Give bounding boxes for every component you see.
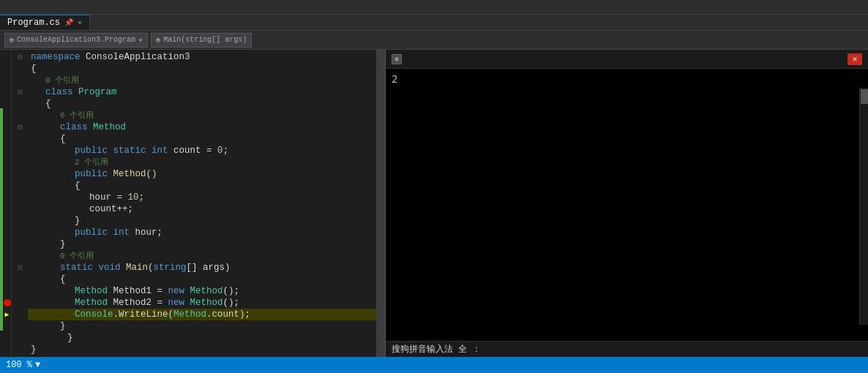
code-content: { <box>45 98 51 110</box>
margin-line <box>3 215 11 227</box>
code-line[interactable]: Console.WriteLine(Method.count); <box>28 309 376 320</box>
console-output-text: 2 <box>390 72 864 86</box>
console-scrollbar[interactable] <box>859 88 868 325</box>
line-indicator[interactable]: ⊟ <box>12 262 28 274</box>
margin-line <box>3 227 11 238</box>
breakpoint-dot <box>4 299 11 306</box>
code-line[interactable]: 6 个引用 <box>28 110 376 121</box>
code-line[interactable]: count++; <box>28 203 376 215</box>
line-indicator <box>12 157 28 168</box>
active-line-indicator: ▶ <box>4 310 9 319</box>
tab-label: Program.cs <box>7 18 60 28</box>
collapse-button[interactable]: ⊟ <box>18 123 22 132</box>
code-line[interactable]: { <box>28 98 376 110</box>
collapse-button[interactable]: ⊟ <box>18 53 22 61</box>
code-content: Method Method1 = new Method(); <box>75 285 239 297</box>
code-line[interactable]: namespace ConsoleApplication3 <box>28 51 376 63</box>
breakpoint-margin: ▶ <box>3 50 12 357</box>
line-indicator <box>12 344 28 355</box>
line-indicator <box>12 332 28 344</box>
code-line[interactable]: Method Method2 = new Method(); <box>28 297 376 309</box>
code-line[interactable]: public Method() <box>28 168 376 180</box>
code-content: } <box>60 238 66 250</box>
line-indicator <box>12 285 28 297</box>
code-line[interactable]: { <box>28 274 376 285</box>
code-line[interactable]: } <box>28 344 376 355</box>
code-line[interactable]: } <box>28 238 376 250</box>
code-content: { <box>31 63 37 75</box>
margin-line <box>3 86 11 98</box>
code-content: class Method <box>60 121 126 133</box>
tab-program-cs[interactable]: Program.cs 📌 ✕ <box>0 15 90 30</box>
console-ime-text: 搜狗拼音输入法 全 ： <box>392 343 481 355</box>
code-line[interactable]: 0 个引用 <box>28 75 376 86</box>
editor-scrollbar[interactable] <box>376 50 385 357</box>
margin-line <box>3 192 11 203</box>
console-close-button[interactable]: ✕ <box>848 53 862 65</box>
margin-line <box>3 262 11 274</box>
console-output: 2 <box>386 69 868 341</box>
line-indicator <box>12 227 28 238</box>
code-line[interactable]: { <box>28 180 376 192</box>
code-content: Console.WriteLine(Method.count); <box>75 309 250 320</box>
margin-line <box>3 285 11 297</box>
code-line[interactable]: } <box>28 215 376 227</box>
code-line[interactable]: } <box>28 332 376 344</box>
top-bar <box>0 0 868 15</box>
code-content: namespace ConsoleApplication3 <box>31 51 190 63</box>
margin-line <box>3 145 11 157</box>
code-content: { <box>75 180 81 192</box>
line-indicator <box>12 133 28 145</box>
code-line[interactable]: 2 个引用 <box>28 157 376 168</box>
code-line[interactable]: Method Method1 = new Method(); <box>28 285 376 297</box>
reference-count: 6 个引用 <box>60 110 94 121</box>
code-line[interactable]: public int hour; <box>28 227 376 238</box>
console-titlebar: ▣ ✕ <box>386 50 868 69</box>
code-line[interactable]: { <box>28 133 376 145</box>
margin-line: ▶ <box>3 309 11 320</box>
code-content: } <box>60 320 66 332</box>
line-indicator <box>12 180 28 192</box>
margin-line <box>3 180 11 192</box>
class-selector-dropdown[interactable]: ⊕ ConsoleApplication3.Program ▾ <box>4 33 148 48</box>
line-indicator[interactable]: ⊟ <box>12 121 28 133</box>
reference-count: 0 个引用 <box>45 75 79 86</box>
console-icon: ▣ <box>392 54 402 64</box>
margin-line <box>3 157 11 168</box>
code-content: } <box>45 332 73 344</box>
tab-close-btn[interactable]: ✕ <box>78 18 82 27</box>
line-indicator[interactable]: ⊟ <box>12 51 28 63</box>
code-line[interactable]: 0 个引用 <box>28 250 376 262</box>
zoom-status[interactable]: 100 % ▼ <box>6 360 40 370</box>
zoom-arrow: ▼ <box>35 360 40 370</box>
code-content: public static int count = 0; <box>75 145 228 157</box>
console-footer: 搜狗拼音输入法 全 ： <box>386 341 868 357</box>
collapse-button[interactable]: ⊟ <box>18 88 22 97</box>
main-area: ▶ ⊟⊟⊟⊟ namespace ConsoleApplication3{0 个… <box>0 50 868 357</box>
code-line[interactable]: hour = 10; <box>28 192 376 203</box>
code-line[interactable]: { <box>28 63 376 75</box>
code-editor[interactable]: ▶ ⊟⊟⊟⊟ namespace ConsoleApplication3{0 个… <box>0 50 385 357</box>
tab-pin-icon: 📌 <box>64 18 73 27</box>
line-indicator <box>12 110 28 121</box>
line-indicator <box>12 274 28 285</box>
line-indicator <box>12 168 28 180</box>
class-selector-arrow: ▾ <box>138 36 143 45</box>
code-lines-area[interactable]: namespace ConsoleApplication3{0 个引用class… <box>28 50 376 357</box>
line-indicator <box>12 98 28 110</box>
line-indicator <box>12 250 28 262</box>
collapse-button[interactable]: ⊟ <box>18 263 22 272</box>
code-line[interactable]: class Method <box>28 121 376 133</box>
code-line[interactable]: } <box>28 320 376 332</box>
line-indicator <box>12 238 28 250</box>
code-line[interactable]: public static int count = 0; <box>28 145 376 157</box>
reference-count: 2 个引用 <box>75 157 108 168</box>
method-selector-dropdown[interactable]: ⊕ Main(string[] args) <box>151 33 252 48</box>
code-line[interactable]: class Program <box>28 86 376 98</box>
line-indicator[interactable]: ⊟ <box>12 86 28 98</box>
code-content: static void Main(string[] args) <box>60 262 231 274</box>
margin-line <box>3 63 11 75</box>
line-indicator <box>12 320 28 332</box>
margin-line <box>3 203 11 215</box>
code-line[interactable]: static void Main(string[] args) <box>28 262 376 274</box>
